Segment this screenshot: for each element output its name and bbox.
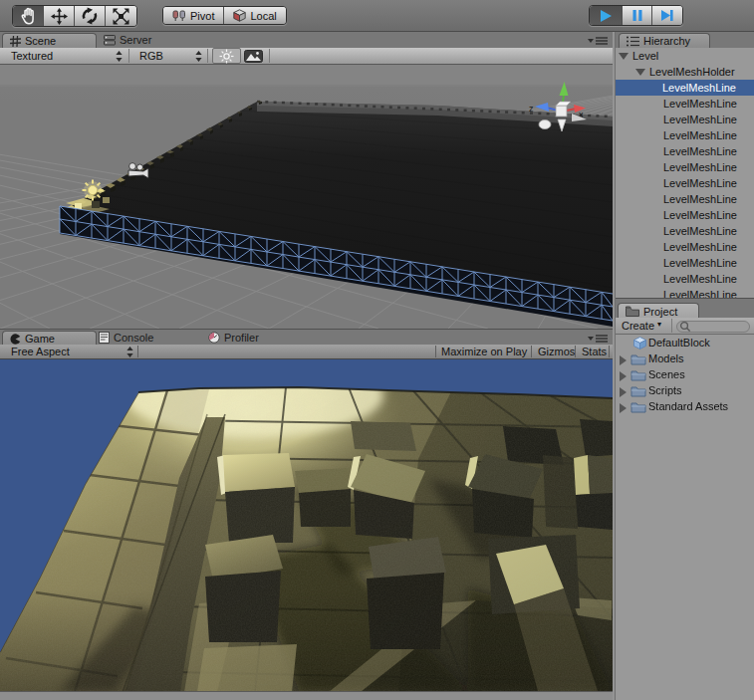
svg-text:z: z bbox=[529, 104, 534, 114]
